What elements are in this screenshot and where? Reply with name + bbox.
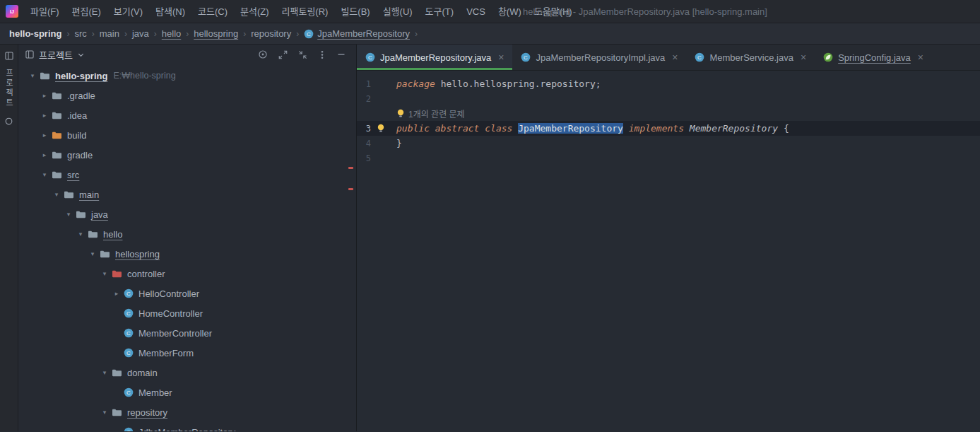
code-line-2[interactable]: 2 (357, 91, 980, 106)
breadcrumb: hello-spring›src›main›java›hello›hellosp… (0, 23, 980, 45)
breadcrumb-item-jpamemberrepository[interactable]: CJpaMemberRepository (304, 28, 410, 39)
code-line-3[interactable]: 3public abstract class JpaMemberReposito… (357, 121, 980, 136)
tree-item-src[interactable]: ▾src (18, 165, 356, 185)
menu-navigate[interactable]: 탐색(N) (149, 0, 191, 23)
breadcrumb-item-main[interactable]: main (100, 28, 119, 39)
class-icon: C (365, 52, 375, 62)
tree-item-build[interactable]: ▸build (18, 125, 356, 145)
menu-tools[interactable]: 도구(T) (419, 0, 461, 23)
tab-springconfig-java[interactable]: SpringConfig.java× (815, 45, 932, 70)
tree-item-gradle[interactable]: ▸.gradle (18, 86, 356, 105)
breadcrumb-label: main (100, 28, 119, 39)
project-tool-window-icon[interactable] (3, 49, 16, 62)
chevron-down-icon: ▾ (99, 270, 110, 277)
breadcrumb-item-hello[interactable]: hello (162, 28, 181, 39)
code-token: JpaMemberRepository (518, 123, 623, 134)
panel-header-actions (257, 49, 349, 60)
menu-vcs[interactable]: VCS (460, 0, 492, 23)
locate-file-icon[interactable] (257, 49, 268, 60)
tree-item-idea[interactable]: ▸.idea (18, 105, 356, 125)
tab-jpamemberrepository-java[interactable]: CJpaMemberRepository.java× (357, 45, 512, 70)
svg-text:C: C (126, 390, 131, 396)
tree-item-label: hellospring (115, 249, 160, 259)
breadcrumb-separator-icon: › (124, 29, 127, 39)
code-line-4[interactable]: 4} (357, 136, 980, 151)
tree-item-gradle[interactable]: ▸gradle (18, 145, 356, 165)
more-options-icon[interactable] (317, 49, 327, 60)
chevron-down-icon[interactable] (77, 51, 85, 59)
tree-item-jdbcmemberrepository[interactable]: CJdbcMemberRepository (18, 422, 356, 431)
tree-item-label: MemberForm (138, 348, 194, 358)
close-tab-icon[interactable]: × (801, 52, 806, 63)
breadcrumb-label: src (74, 28, 86, 39)
tree-item-label: .idea (67, 110, 87, 121)
menu-refactor[interactable]: 리팩토링(R) (276, 0, 335, 23)
tree-item-hellocontroller[interactable]: ▸CHelloController (18, 284, 356, 303)
collapse-panel-icon[interactable] (297, 49, 308, 60)
code-inlay-row[interactable]: 1개의 관련 문제 (357, 106, 980, 121)
breadcrumb-item-repository[interactable]: repository (251, 28, 291, 39)
title-bar: IJ 파일(F)편집(E)보기(V)탐색(N)코드(C)분석(Z)리팩토링(R)… (0, 0, 980, 23)
menu-code[interactable]: 코드(C) (191, 0, 234, 23)
project-tool-window-label[interactable]: 프로젝트 (4, 69, 15, 108)
tree-item-memberform[interactable]: CMemberForm (18, 343, 356, 363)
lightbulb-icon (396, 109, 405, 118)
menu-file[interactable]: 파일(F) (24, 0, 66, 23)
code-editor[interactable]: 1package hello.hellospring.repository;21… (357, 71, 980, 431)
tree-item-homecontroller[interactable]: CHomeController (18, 303, 356, 323)
tab-label: MemberService.java (709, 52, 793, 63)
tree-item-main[interactable]: ▾main (18, 185, 356, 204)
class-icon: C (521, 52, 531, 62)
menu-edit[interactable]: 편집(E) (66, 0, 107, 23)
menu-run[interactable]: 실행(U) (377, 0, 419, 23)
tree-item-repository[interactable]: ▾repository (18, 402, 356, 422)
related-problem-gutter-icon[interactable] (377, 124, 389, 133)
related-problems-inlay[interactable]: 1개의 관련 문제 (392, 107, 465, 119)
breadcrumb-item-hellospring[interactable]: hellospring (194, 28, 238, 39)
hide-panel-icon[interactable] (336, 49, 346, 59)
tree-item-membercontroller[interactable]: CMemberController (18, 323, 356, 343)
code-token: public abstract class (396, 123, 518, 134)
class-icon: C (124, 387, 134, 397)
commit-tool-window-icon[interactable] (3, 115, 16, 127)
menu-view[interactable]: 보기(V) (107, 0, 149, 23)
menu-analyze[interactable]: 분석(Z) (234, 0, 276, 23)
class-icon: C (124, 288, 134, 298)
tree-item-hello[interactable]: ▾hello (18, 224, 356, 244)
tree-item-label: JdbcMemberRepository (138, 427, 235, 432)
folder-icon (112, 368, 122, 378)
breadcrumb-item-java[interactable]: java (132, 28, 149, 39)
tree-item-domain[interactable]: ▾domain (18, 363, 356, 383)
line-number: 4 (362, 139, 371, 148)
breadcrumb-separator-icon: › (296, 29, 299, 39)
close-tab-icon[interactable]: × (672, 52, 678, 63)
tree-item-label: Member (138, 387, 172, 398)
tab-jpamemberrepositoryimpl-java[interactable]: CJpaMemberRepositoryImpl.java× (512, 45, 686, 70)
gutter: 3 (357, 124, 392, 134)
project-view-title[interactable]: 프로젝트 (39, 48, 73, 62)
code-line-1[interactable]: 1package hello.hellospring.repository; (357, 76, 980, 91)
menu-build[interactable]: 빌드(B) (334, 0, 376, 23)
breadcrumb-label: hellospring (194, 28, 238, 39)
breadcrumb-item-hello-spring[interactable]: hello-spring (9, 28, 61, 39)
line-number: 3 (362, 124, 371, 134)
project-panel-header: 프로젝트 (18, 45, 356, 64)
close-tab-icon[interactable]: × (498, 52, 504, 63)
tree-item-java[interactable]: ▾java (18, 204, 356, 224)
tree-item-label: build (67, 130, 86, 141)
tree-item-member[interactable]: CMember (18, 383, 356, 402)
close-tab-icon[interactable]: × (918, 52, 923, 63)
tree-item-hellospring[interactable]: ▾hellospring (18, 244, 356, 264)
tree-item-label: .gradle (67, 91, 95, 101)
tree-item-label: HelloController (138, 288, 199, 299)
svg-text:C: C (307, 30, 311, 37)
tab-memberservice-java[interactable]: CMemberService.java× (686, 45, 815, 70)
code-text: package hello.hellospring.repository; (392, 78, 601, 89)
chevron-down-icon: ▾ (99, 409, 110, 416)
tree-item-hello-spring[interactable]: ▾hello-springE:₩hello-spring (18, 66, 356, 86)
breadcrumb-item-src[interactable]: src (74, 28, 86, 39)
editor-tab-bar: CJpaMemberRepository.java×CJpaMemberRepo… (357, 45, 980, 71)
expand-panel-icon[interactable] (278, 49, 288, 60)
tree-item-controller[interactable]: ▾controller (18, 264, 356, 284)
code-line-5[interactable]: 5 (357, 151, 980, 165)
